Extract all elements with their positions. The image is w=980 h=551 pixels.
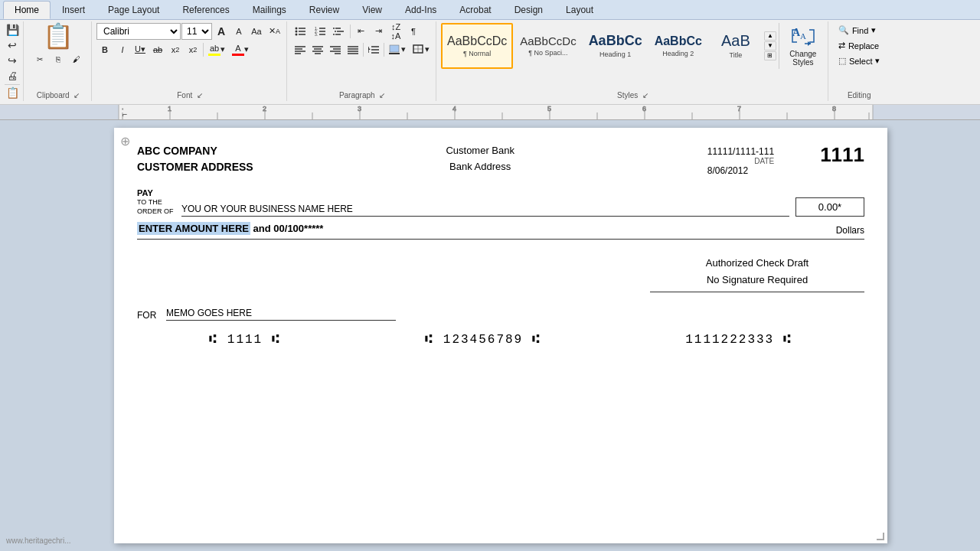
amount-words: ENTER AMOUNT HERE and 00/100***** — [137, 223, 830, 236]
print-icon[interactable]: 🖨 — [5, 69, 20, 83]
tab-mailings[interactable]: Mailings — [241, 1, 298, 19]
style-heading2-label: Heading 2 — [662, 50, 694, 57]
resize-corner[interactable] — [877, 533, 884, 540]
clear-format-btn[interactable]: ✕A — [266, 23, 283, 40]
paste-icon[interactable]: 📋 — [5, 86, 20, 99]
highlight-btn[interactable]: ab▾ — [205, 41, 228, 58]
tab-review[interactable]: Review — [298, 1, 351, 19]
ribbon-tab-bar: Home Insert Page Layout References Maili… — [0, 0, 980, 20]
style-heading1-btn[interactable]: AaBbCc Heading 1 — [583, 23, 648, 69]
svg-point-16 — [333, 34, 335, 35]
font-size-select[interactable]: 11 — [181, 23, 212, 40]
change-styles-label: Change Styles — [789, 50, 816, 67]
line-spacing-btn[interactable] — [365, 41, 382, 58]
tab-page-layout[interactable]: Page Layout — [96, 1, 171, 19]
borders-btn[interactable]: ▾ — [410, 41, 433, 58]
tab-acrobat[interactable]: Acrobat — [448, 1, 502, 19]
tab-home[interactable]: Home — [3, 1, 51, 19]
font-shrink-btn[interactable]: A — [230, 23, 247, 40]
decrease-indent-btn[interactable]: ⇤ — [352, 23, 369, 40]
amount-box: 0.00* — [795, 197, 864, 217]
bullets-btn[interactable] — [292, 23, 310, 40]
memo-row: FOR MEMO GOES HERE — [137, 308, 864, 324]
style-nospace-btn[interactable]: AaBbCcDc ¶ No Spaci... — [514, 23, 581, 69]
table-move-handle[interactable]: ⊕ — [120, 134, 130, 148]
svg-rect-49 — [0, 105, 119, 120]
style-normal-btn[interactable]: AaBbCcDc ¶ Normal — [441, 23, 513, 69]
superscript-btn[interactable]: x2 — [185, 41, 201, 58]
style-nospace-label: ¶ No Spaci... — [528, 49, 567, 57]
multilevel-btn[interactable] — [330, 23, 348, 40]
tab-addins[interactable]: Add-Ins — [394, 1, 448, 19]
select-btn[interactable]: ⬚ Select▾ — [833, 54, 886, 69]
tab-insert[interactable]: Insert — [51, 1, 96, 19]
svg-point-2 — [296, 30, 298, 32]
quick-access-toolbar: 💾 ↩ ↪ 🖨 📋 — [3, 21, 24, 101]
svg-point-12 — [333, 28, 335, 29]
show-marks-btn[interactable]: ¶ — [405, 23, 422, 40]
style-heading2-btn[interactable]: AaBbCc Heading 2 — [649, 23, 707, 69]
gallery-scroll-down[interactable]: ▼ — [764, 41, 776, 51]
paste-large-icon[interactable]: 📋 — [43, 23, 74, 50]
tab-view[interactable]: View — [351, 1, 394, 19]
change-case-btn[interactable]: Aa — [248, 23, 265, 40]
change-styles-btn[interactable]: A A Change Styles — [782, 23, 825, 69]
gallery-scroll: ▲ ▼ ⊞ — [764, 31, 776, 60]
svg-text:4: 4 — [452, 105, 456, 112]
check-document: ⊕ ABC COMPANY CUSTOMER ADDRESS Customer … — [114, 128, 887, 543]
font-name-select[interactable]: Calibri — [96, 23, 181, 40]
replace-label: Replace — [848, 41, 879, 51]
watermark: www.heritagechri... — [6, 536, 70, 545]
svg-text:2: 2 — [263, 105, 266, 112]
clipboard-label: Clipboard ↙ — [37, 90, 80, 99]
underline-btn[interactable]: U▾ — [132, 41, 149, 58]
styles-section: AaBbCcDc ¶ Normal AaBbCcDc ¶ No Spaci...… — [438, 21, 828, 101]
svg-text:1: 1 — [168, 105, 172, 112]
cut-btn[interactable]: ✂ — [31, 51, 48, 68]
signature-area: Authorized Check Draft No Signature Requ… — [137, 255, 864, 292]
redo-icon[interactable]: ↪ — [5, 54, 20, 67]
check-number: 1111 — [820, 143, 864, 167]
subscript-btn[interactable]: x2 — [167, 41, 184, 58]
copy-btn[interactable]: ⎘ — [50, 51, 67, 68]
company-address: CUSTOMER ADDRESS — [137, 159, 253, 175]
bank-name: Customer Bank — [446, 143, 514, 159]
bold-btn[interactable]: B — [96, 41, 113, 58]
style-normal-preview: AaBbCcDc — [447, 34, 507, 48]
change-styles-icon: A A — [791, 25, 815, 50]
paragraph-section: 1.2.3. ⇤ ⇥ ↕Z↕A ¶ — [289, 21, 436, 101]
align-right-btn[interactable] — [327, 41, 344, 58]
gallery-scroll-up[interactable]: ▲ — [764, 31, 776, 41]
style-heading1-label: Heading 1 — [599, 51, 631, 58]
gallery-scroll-more[interactable]: ⊞ — [764, 51, 776, 60]
undo-icon[interactable]: ↩ — [5, 38, 20, 52]
check-header: ABC COMPANY CUSTOMER ADDRESS Customer Ba… — [137, 143, 864, 176]
find-btn[interactable]: 🔍 Find▾ — [833, 23, 886, 38]
style-heading1-preview: AaBbCc — [589, 33, 642, 49]
strikethrough-btn[interactable]: ab — [149, 41, 166, 58]
select-label: Select — [849, 57, 873, 66]
shading-btn[interactable]: ▾ — [386, 41, 409, 58]
italic-btn[interactable]: I — [114, 41, 131, 58]
justify-btn[interactable] — [345, 41, 361, 58]
tab-references[interactable]: References — [171, 1, 240, 19]
svg-rect-50 — [873, 105, 980, 120]
replace-btn[interactable]: ⇄ Replace — [833, 38, 886, 54]
format-painter-btn[interactable]: 🖌 — [68, 51, 85, 68]
dollars-label: Dollars — [830, 225, 864, 236]
tab-layout[interactable]: Layout — [554, 1, 605, 19]
find-label: Find — [852, 26, 868, 35]
tab-design[interactable]: Design — [503, 1, 554, 19]
date-label: DATE — [707, 157, 774, 165]
sort-btn[interactable]: ↕Z↕A — [387, 23, 404, 40]
style-title-btn[interactable]: AaB Title — [709, 23, 763, 69]
font-grow-btn[interactable]: A — [213, 23, 230, 40]
style-title-preview: AaB — [721, 32, 750, 50]
font-color-btn[interactable]: A▾ — [229, 41, 252, 58]
increase-indent-btn[interactable]: ⇥ — [370, 23, 387, 40]
svg-point-14 — [335, 31, 336, 32]
align-center-btn[interactable] — [309, 41, 326, 58]
save-icon[interactable]: 💾 — [5, 23, 20, 37]
align-left-btn[interactable] — [292, 41, 309, 58]
numbering-btn[interactable]: 1.2.3. — [311, 23, 329, 40]
